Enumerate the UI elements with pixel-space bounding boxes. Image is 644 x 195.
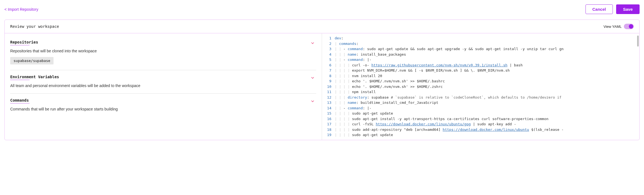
code-text: | | | | curl -fsSL https://download.dock… [335,121,516,127]
line-number: 9 [322,78,335,84]
back-link-text: Import Repository [8,7,38,12]
section-expand-repositories[interactable] [311,41,315,46]
code-text: dev: [335,36,343,41]
line-number: 3 [322,46,335,52]
environment-variables-section: Environment Variables All team and perso… [10,70,316,94]
line-number: 7 [322,68,335,73]
code-text: | | | | sudo apt-get install -y apt-tran… [335,116,549,122]
line-number: 2 [322,41,335,47]
line-number: 17 [322,121,335,127]
code-text: | | - command: sudo apt-get update && su… [335,46,564,52]
section-description: Repositories that will be cloned into th… [10,49,316,53]
code-text: | | | | sudo apt-get update [335,111,393,116]
line-number: 15 [322,111,335,116]
line-number: 10 [322,84,335,90]
code-text: | commands: [335,41,358,47]
line-number: 1 [322,36,335,41]
section-expand-commands[interactable] [311,99,315,104]
chevron-down-icon [311,41,315,45]
code-text: | | | | sudo apt-get update [335,132,393,138]
code-text: | | | | nvm install 20 [335,73,382,79]
code-text: | | | name: install_base_packages [335,52,406,57]
line-number: 19 [322,132,335,138]
view-yaml-label: View YAML [603,25,622,29]
code-text: | | | directory: supabase # `supabase` i… [335,95,561,100]
save-button[interactable]: Save [616,4,640,14]
view-yaml-toggle[interactable] [624,24,634,29]
code-text: | | - command: |- [335,105,371,111]
section-description: Commands that will be run after your wor… [10,107,316,111]
repository-chip[interactable]: supabase/supabase [10,57,54,64]
line-number: 14 [322,105,335,111]
code-text: | | | name: buildtime_install_cmd_for_Ja… [335,100,438,105]
import-repository-back-link[interactable]: < Import Repository [4,7,38,12]
code-text: | | | | npm install [335,89,376,95]
line-number: 18 [322,127,335,132]
code-text: | | | | sudo add-apt-repository "deb [ar… [335,127,564,132]
line-number: 4 [322,52,335,57]
section-description: All team and personal environment variab… [10,83,316,88]
cancel-button[interactable]: Cancel [586,4,613,14]
title-underline [10,103,30,104]
line-number: 12 [322,95,335,100]
code-text: | | | | echo '. $HOME/.nvm/nvm.sh' >> $H… [335,84,443,90]
code-text: | | | | curl -o- https://raw.githubuserc… [335,63,523,68]
chevron-down-icon [311,76,315,80]
workspace-config-pane: Repositories Repositories that will be c… [5,33,322,140]
code-text: | | - command: |- [335,57,371,63]
section-title: Commands [10,98,316,102]
line-number: 8 [322,73,335,79]
code-text: | | | | export NVM_DIR=$HOME/.nvm && [ -… [335,68,510,73]
review-workspace-panel: Review your workspace View YAML Reposito… [4,20,640,140]
line-number: 6 [322,63,335,68]
section-title: Environment Variables [10,75,316,79]
scrollbar-thumb[interactable] [637,36,639,47]
line-number: 5 [322,57,335,63]
chevron-left-icon: < [4,7,7,12]
section-title: Repositories [10,40,316,44]
section-expand-env[interactable] [311,76,315,80]
chevron-down-icon [311,99,315,103]
title-underline [10,80,30,80]
commands-section: Commands Commands that will be run after… [10,94,316,117]
title-underline [10,45,30,45]
line-number: 16 [322,116,335,122]
repositories-section: Repositories Repositories that will be c… [10,36,316,70]
panel-title: Review your workspace [10,24,59,29]
line-number: 11 [322,89,335,95]
yaml-editor[interactable]: 1dev: 2| commands: 3| | - command: sudo … [322,33,639,140]
line-number: 13 [322,100,335,105]
code-text: | | | | echo '. $HOME/.nvm/nvm.sh' >> $H… [335,78,445,84]
